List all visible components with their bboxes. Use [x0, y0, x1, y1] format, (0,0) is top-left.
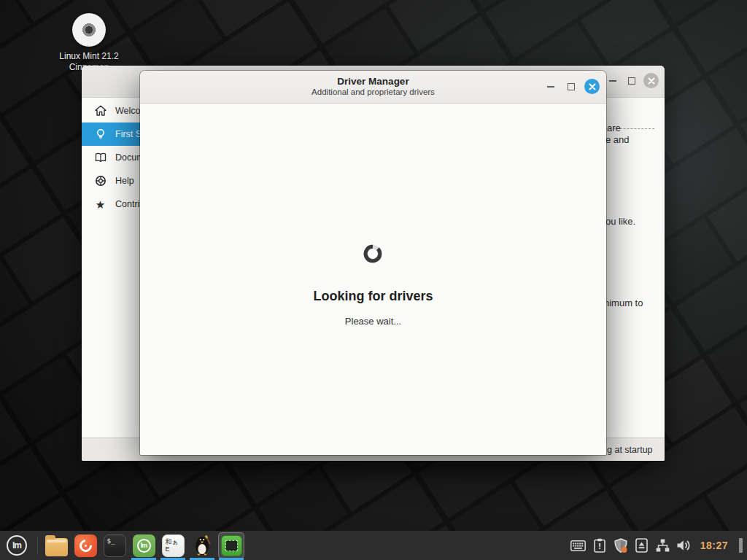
maximize-icon — [568, 83, 575, 90]
mint-welcome-icon: lm — [133, 534, 155, 557]
sidebar-item-label: Help — [115, 176, 134, 186]
clipboard-alert-icon[interactable]: ! — [592, 537, 608, 554]
minimize-icon — [609, 80, 616, 82]
screenshot-area-icon — [221, 535, 242, 556]
content-text-fragment: ou like. — [605, 216, 635, 227]
lifebuoy-icon — [94, 175, 107, 187]
driver-manager-maximize-button[interactable] — [564, 79, 578, 94]
lightbulb-icon — [94, 128, 107, 141]
close-icon — [589, 83, 596, 90]
input-method-icon: 和ぁ E — [162, 534, 185, 557]
loading-spinner — [362, 243, 384, 265]
keyboard-layout-icon[interactable] — [570, 537, 587, 554]
firefox-icon — [74, 534, 97, 557]
content-text-fragment: e and — [605, 134, 630, 145]
terminal-launcher[interactable]: $_ — [100, 531, 129, 560]
tux-app-window-button[interactable] — [187, 531, 217, 560]
driver-manager-minimize-button[interactable] — [543, 79, 558, 94]
firefox-launcher[interactable] — [71, 531, 100, 560]
home-icon — [94, 105, 107, 117]
mint-logo-icon: lm — [7, 535, 27, 556]
show-at-startup-label[interactable]: g at startup — [607, 438, 653, 462]
minimize-icon — [547, 86, 554, 88]
window-subtitle: Additional and proprietary drivers — [140, 88, 606, 96]
desktop: Linux Mint 21.2 Cinnamon Welcome — [0, 0, 747, 560]
terminal-icon: $_ — [104, 534, 126, 557]
driver-manager-window: Driver Manager Additional and proprietar… — [140, 71, 606, 455]
desktop-icon-linux-mint-installer[interactable]: Linux Mint 21.2 Cinnamon — [53, 13, 125, 73]
active-window-highlight — [218, 532, 244, 559]
folder-icon — [45, 538, 68, 556]
mint-welcome-window-button[interactable]: lm — [129, 531, 158, 560]
welcome-maximize-button[interactable] — [624, 74, 639, 88]
maximize-icon — [628, 77, 635, 85]
network-icon[interactable] — [655, 537, 671, 554]
window-title: Driver Manager — [140, 76, 606, 87]
input-method-window-button[interactable]: 和ぁ E — [158, 531, 187, 560]
files-launcher[interactable] — [42, 531, 71, 560]
book-icon — [94, 152, 107, 164]
active-app-window-button[interactable] — [217, 531, 246, 560]
welcome-close-button[interactable] — [643, 73, 659, 88]
close-icon — [648, 77, 655, 85]
driver-manager-close-button[interactable] — [584, 79, 600, 94]
taskbar-separator — [37, 536, 38, 555]
desktop-icon-label-line1: Linux Mint 21.2 — [53, 51, 125, 62]
status-heading: Looking for drivers — [140, 289, 606, 304]
taskbar-clock[interactable]: 18:27 — [697, 540, 731, 551]
removable-media-eject-icon[interactable] — [634, 537, 650, 554]
driver-manager-titlebar[interactable]: Driver Manager Additional and proprietar… — [140, 71, 606, 104]
content-text-fragment: nimum to — [604, 298, 643, 308]
cdrom-disc-icon — [72, 13, 106, 47]
welcome-minimize-button[interactable] — [605, 74, 620, 88]
driver-manager-content: Looking for drivers Please wait... — [140, 104, 606, 455]
tux-penguin-icon — [192, 534, 212, 557]
star-icon: ★ — [94, 198, 107, 211]
taskbar: lm $_ lm 和ぁ E — [0, 531, 747, 560]
volume-icon[interactable] — [676, 537, 692, 554]
content-text-fragment: are — [607, 122, 621, 133]
update-manager-shield-icon[interactable] — [613, 537, 629, 554]
show-desktop-edge[interactable] — [739, 538, 743, 553]
svg-text:!: ! — [597, 542, 601, 551]
system-tray: ! — [570, 531, 747, 560]
status-subtext: Please wait... — [140, 316, 606, 327]
mint-menu-button[interactable]: lm — [0, 531, 34, 560]
